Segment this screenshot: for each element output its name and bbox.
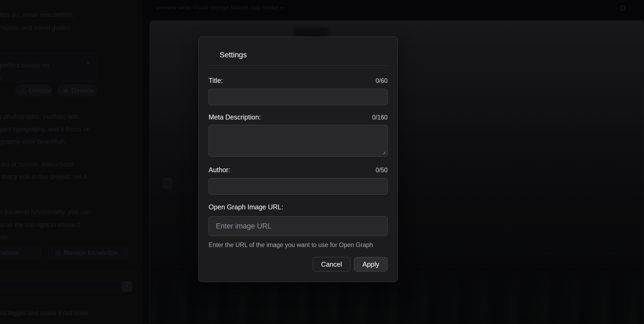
cancel-button[interactable]: Cancel bbox=[313, 257, 350, 272]
title-input[interactable] bbox=[209, 89, 388, 105]
og-image-url-label: Open Graph Image URL: bbox=[209, 203, 283, 211]
meta-description-label: Meta Description: bbox=[209, 113, 261, 121]
meta-description-textarea[interactable] bbox=[209, 125, 388, 157]
og-image-url-helper: Enter the URL of the image you want to u… bbox=[209, 241, 388, 248]
dialog-divider bbox=[209, 65, 388, 66]
resize-grip-icon[interactable] bbox=[382, 151, 386, 155]
settings-dialog: Settings Title: 0/60 Meta Description: 0… bbox=[198, 37, 398, 282]
author-input[interactable] bbox=[209, 178, 388, 195]
meta-description-counter: 0/160 bbox=[372, 114, 388, 121]
author-label: Author: bbox=[209, 166, 230, 174]
og-image-url-input[interactable] bbox=[209, 216, 388, 236]
apply-button[interactable]: Apply bbox=[354, 257, 388, 272]
screen: preview write visual change boards app m… bbox=[0, 0, 644, 324]
title-counter: 0/60 bbox=[375, 77, 388, 84]
author-counter: 0/50 bbox=[375, 167, 388, 174]
dialog-title: Settings bbox=[220, 50, 388, 59]
title-label: Title: bbox=[209, 76, 223, 84]
